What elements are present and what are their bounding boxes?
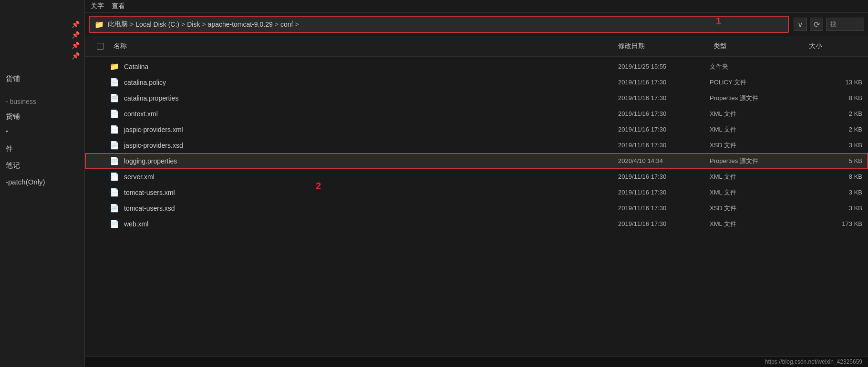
file-type: Properties 源文件 [710,157,805,165]
file-date: 2019/11/16 17:30 [614,110,710,117]
file-icon: 📄 [110,125,119,134]
file-name-cell: 📄 server.xml [110,171,614,182]
nav-item-guanzi[interactable]: 关字 [91,2,104,10]
pin-icon-1: 📌 [72,20,80,28]
file-size: 3 KB [805,204,862,212]
file-name: server.xml [124,173,155,181]
file-size: 2 KB [805,126,862,133]
file-name: tomcat-users.xsd [124,204,175,212]
file-date: 2019/11/25 15:55 [614,63,710,70]
table-row[interactable]: 📄 server.xml 2019/11/16 17:30 XML 文件 8 K… [85,169,868,184]
table-row[interactable]: 📄 tomcat-users.xsd 2019/11/16 17:30 XSD … [85,200,868,216]
table-row[interactable]: 📄 jaspic-providers.xml 2019/11/16 17:30 … [85,122,868,137]
sidebar-business: - business [0,95,84,108]
file-size: 173 KB [805,220,862,227]
file-name-cell: 📄 web.xml [110,218,614,229]
file-name: logging.properties [124,157,177,165]
file-date: 2019/11/16 17:30 [614,173,710,180]
pin-icon-4: 📌 [72,52,80,60]
file-size: 2 KB [805,110,862,117]
file-type: XML 文件 [710,110,805,118]
header-name: 名称 [110,40,614,52]
select-all-checkbox[interactable] [97,43,103,50]
file-size: 8 KB [805,94,862,102]
table-row[interactable]: 📄 web.xml 2019/11/16 17:30 XML 文件 173 KB [85,216,868,232]
file-type: XSD 文件 [710,204,805,213]
file-type: XML 文件 [710,173,805,181]
folder-icon: 📁 [110,62,119,71]
sep-3: > [202,20,206,28]
path-localdisk: Local Disk (C:) [135,20,179,28]
file-type: 文件夹 [710,62,805,71]
file-icon: 📄 [110,219,119,228]
address-bar-container: 📁 此电脑 > Local Disk (C:) > Disk > apache-… [85,13,868,36]
file-icon: 📄 [110,172,119,181]
file-size: 8 KB [805,173,862,180]
table-row[interactable]: 📄 catalina.policy 2019/11/16 17:30 POLIC… [85,74,868,90]
file-size: 3 KB [805,189,862,196]
sidebar-lower: - business 货铺 " 件 笔记 -patch(Only) [0,95,84,190]
file-list: 📁 Catalina 2019/11/25 15:55 文件夹 📄 catali… [85,57,868,356]
file-size: 5 KB [805,157,862,164]
file-date: 2019/11/16 17:30 [614,220,710,227]
file-date: 2019/11/16 17:30 [614,79,710,86]
file-icon: 📄 [110,204,119,213]
sep-1: > [130,20,134,28]
table-header: 名称 修改日期 类型 大小 [85,36,868,57]
pin-icon-2: 📌 [72,31,80,39]
sidebar-item-quote[interactable]: " [0,125,84,141]
file-date: 2019/11/16 17:30 [614,204,710,212]
file-name-cell: 📄 logging.properties [110,155,614,166]
file-icon: 📄 [110,188,119,197]
annotation-label-2: 2 [316,181,321,192]
sep-5: > [295,20,299,28]
file-name-cell: 📄 jaspic-providers.xml [110,124,614,135]
sidebar-item-notes[interactable]: 笔记 [0,157,84,174]
file-name: jaspic-providers.xsd [124,142,183,149]
file-icon: 📄 [110,141,119,150]
file-type: XML 文件 [710,220,805,228]
file-type: XML 文件 [710,125,805,134]
sidebar-item-file[interactable]: 件 [0,141,84,157]
sidebar-item-patch[interactable]: -patch(Only) [0,174,84,190]
address-bar[interactable]: 📁 此电脑 > Local Disk (C:) > Disk > apache-… [89,16,789,33]
pin-icon-3: 📌 [72,41,80,49]
table-row[interactable]: 📄 context.xml 2019/11/16 17:30 XML 文件 2 … [85,106,868,122]
file-name-cell: 📄 catalina.properties [110,92,614,103]
file-name-cell: 📄 tomcat-users.xsd [110,203,614,214]
path-thispc: 此电脑 [108,20,128,29]
file-name-cell: 📄 tomcat-users.xml [110,187,614,198]
file-icon: 📄 [110,156,119,165]
path-conf: conf [280,20,293,28]
table-row[interactable]: 📄 catalina.properties 2019/11/16 17:30 P… [85,90,868,106]
header-check [91,43,110,50]
dropdown-btn[interactable]: ∨ [794,18,807,31]
file-date: 2019/11/16 17:30 [614,94,710,102]
header-size: 大小 [805,40,862,52]
file-name-cell: 📄 jaspic-providers.xsd [110,140,614,151]
header-date: 修改日期 [614,40,710,52]
file-name: jaspic-providers.xml [124,126,183,133]
file-date: 2019/11/16 17:30 [614,189,710,196]
file-name: catalina.properties [124,94,178,102]
content-wrapper: 1 2 📁 此电脑 > Local Disk (C:) > Disk > apa… [85,13,868,367]
top-nav: 关字 查看 [85,0,868,13]
nav-item-chakan[interactable]: 查看 [112,2,125,10]
table-row[interactable]: 📄 tomcat-users.xml 2019/11/16 17:30 XML … [85,184,868,200]
file-name-cell: 📄 catalina.policy [110,77,614,88]
sidebar-item-store2[interactable]: 货铺 [0,108,84,125]
table-row[interactable]: 📁 Catalina 2019/11/25 15:55 文件夹 [85,59,868,74]
folder-icon: 📁 [94,20,104,29]
table-row[interactable]: 📄 logging.properties 2020/4/10 14:34 Pro… [85,153,868,169]
sidebar-item-store1[interactable]: 货铺 [0,71,84,87]
file-date: 2020/4/10 14:34 [614,157,710,164]
sidebar: 📌 📌 📌 📌 货铺 - business 货铺 " 件 笔记 -patch(O… [0,0,85,367]
search-box[interactable]: 搜 [826,18,864,31]
file-date: 2019/11/16 17:30 [614,142,710,149]
file-icon: 📄 [110,109,119,118]
refresh-btn[interactable]: ⟳ [810,18,823,31]
pin-area: 📌 📌 📌 📌 [0,19,84,61]
annotation-label-1: 1 [716,16,721,27]
table-row[interactable]: 📄 jaspic-providers.xsd 2019/11/16 17:30 … [85,137,868,153]
file-name-cell: 📄 context.xml [110,108,614,119]
